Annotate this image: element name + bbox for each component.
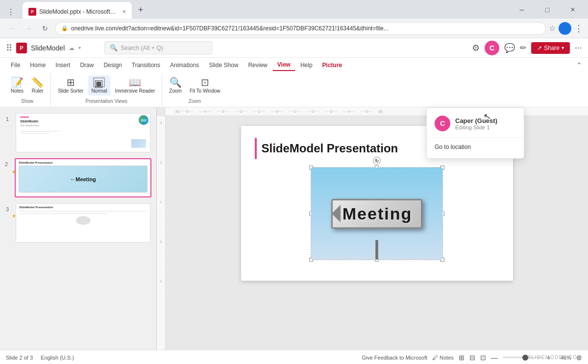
search-placeholder: Search (Alt + Q) (121, 45, 163, 51)
tab-review[interactable]: Review (243, 60, 272, 71)
slide-thumbnail-1[interactable]: 1 GU SlideModel Add Subtitle Here (4, 111, 152, 154)
slide1-title: SlideModel (20, 120, 146, 123)
zoom-button[interactable]: 🔍 Zoom (166, 75, 185, 96)
slide-thumbnail-2[interactable]: 2 ★ SlideModel Presentation ←Meeting (4, 157, 152, 198)
normal-view-icon: ▣ (93, 77, 105, 87)
cloud-icon: ☁ (69, 45, 74, 51)
user-popup: C Caper (Guest) Editing Slide 1 Go to lo… (426, 107, 524, 159)
views-group-label: Presentation Views (86, 98, 127, 104)
app-grid-icon[interactable]: ⠿ (6, 43, 12, 53)
fit-to-window-button[interactable]: ⊡ Fit To Window (187, 75, 223, 96)
meeting-sign-image: Meeting (311, 168, 442, 260)
tab-home[interactable]: Home (25, 60, 50, 71)
slide-sorter-button[interactable]: ⊞ Slide Sorter (55, 75, 86, 96)
more-options-icon[interactable]: ··· (575, 43, 582, 53)
immersive-reader-button[interactable]: 📖 Immersive Reader (112, 75, 158, 96)
address-bar[interactable]: 🔒 onedrive.live.com/edit?action=editnew&… (55, 22, 546, 35)
immersive-reader-icon: 📖 (129, 77, 141, 87)
slide2-title: SlideModel Presentation (19, 161, 147, 164)
collapse-ribbon-icon[interactable]: ⌃ (576, 61, 582, 69)
slide-view-icon[interactable]: ⊞ (459, 354, 465, 362)
user-popup-header: C Caper (Guest) Editing Slide 1 (427, 112, 524, 135)
settings-icon[interactable]: ⚙ (472, 43, 480, 53)
slide-title: SlideModel Presentation (262, 142, 398, 155)
zoom-out-btn[interactable]: — (491, 354, 498, 362)
ruler-icon: 📏 (31, 77, 44, 87)
meeting-sign-text: Meeting (343, 204, 412, 223)
zoom-label: Zoom (169, 88, 182, 94)
ruler-button[interactable]: 📏 Ruler (28, 75, 47, 96)
slide-preview-1: GU SlideModel Add Subtitle Here (16, 113, 150, 152)
tab-draw[interactable]: Draw (75, 60, 98, 71)
reading-view-icon[interactable]: ⊡ (480, 354, 486, 362)
user-avatar-btn[interactable]: C (485, 41, 499, 55)
tab-file[interactable]: File (6, 60, 25, 71)
fit-to-window-icon: ⊡ (201, 77, 209, 87)
normal-view-button[interactable]: ▣ Normal (88, 75, 110, 96)
go-to-location-btn[interactable]: Go to location (427, 140, 524, 154)
grid-view-icon[interactable]: ⊟ (469, 354, 475, 362)
tab-design[interactable]: Design (98, 60, 126, 71)
tab-view[interactable]: View (272, 59, 295, 71)
tab-help[interactable]: Help (295, 60, 318, 71)
ruler-label: Ruler (32, 88, 44, 94)
forward-button[interactable]: → (22, 22, 35, 35)
slide-sorter-label: Slide Sorter (58, 88, 83, 94)
notes-button[interactable]: 📝 Notes (8, 75, 26, 96)
tab-transitions[interactable]: Transitions (127, 60, 165, 71)
slide3-title: SlideModel Presentation (19, 206, 147, 209)
ruler-horizontal: |6| ·····5····· ·····4····· ·····3····· … (166, 107, 588, 116)
notes-status-btn[interactable]: 🖊 Notes (432, 354, 454, 361)
tab-insert[interactable]: Insert (50, 60, 75, 71)
user-status: Editing Slide 1 (455, 124, 497, 130)
language-status: English (U.S.) (41, 355, 74, 361)
slide-canvas-area: SlideModel Presentation ↻ (166, 116, 588, 350)
search-icon: 🔍 (110, 44, 118, 51)
minimize-button[interactable]: – (511, 3, 533, 17)
browser-menu-btn[interactable]: ⋮ (4, 5, 18, 19)
tab-slideshow[interactable]: Slide Show (204, 60, 243, 71)
watermark: SLIDEMODEL.COM (527, 355, 582, 360)
rotation-handle[interactable]: ↻ (373, 157, 381, 165)
user-avatar-popup: C (435, 116, 450, 131)
share-button[interactable]: ↗ Share ▾ (531, 42, 570, 54)
close-tab-icon[interactable]: × (122, 8, 126, 15)
selected-image-container[interactable]: ↻ (311, 167, 443, 260)
fit-to-window-label: Fit To Window (190, 88, 220, 94)
address-text: onedrive.live.com/edit?action=editnew&id… (71, 25, 539, 32)
chevron-down-icon[interactable]: ▾ (78, 45, 81, 50)
browser-tab[interactable]: P SlideModel.pptx - Microsoft Po... × (23, 2, 132, 19)
slide-panel: 1 GU SlideModel Add Subtitle Here 2 ★ Sl… (0, 107, 157, 350)
profile-icon[interactable]: 👤 (559, 22, 571, 35)
tab-favicon: P (28, 8, 36, 16)
show-group-label: Show (21, 98, 33, 104)
notes-label: Notes (11, 88, 24, 94)
slide-number-1: 1 (6, 116, 13, 122)
popup-divider (427, 137, 524, 138)
feedback-link[interactable]: Give Feedback to Microsoft (362, 355, 427, 361)
tab-title: SlideModel.pptx - Microsoft Po... (39, 8, 118, 15)
ribbon-group-views: ⊞ Slide Sorter ▣ Normal 📖 Immersive Read… (51, 73, 162, 106)
slide-number-3: 3 (6, 206, 13, 212)
normal-view-label: Normal (91, 88, 107, 94)
new-tab-button[interactable]: + (134, 3, 147, 17)
slide-thumbnail-3[interactable]: 3 ★ SlideModel Presentation (4, 201, 152, 244)
edit-icon[interactable]: ✏ (520, 43, 526, 52)
bookmark-icon[interactable]: ☆ (549, 24, 556, 33)
search-bar[interactable]: 🔍 Search (Alt + Q) (104, 41, 212, 54)
slide-avatar-gu: GU (139, 115, 148, 125)
tab-picture[interactable]: Picture (318, 60, 347, 71)
zoom-group-label: Zoom (189, 98, 201, 104)
back-button[interactable]: ← (5, 22, 19, 35)
maximize-button[interactable]: □ (536, 3, 559, 17)
close-window-button[interactable]: × (562, 3, 584, 17)
app-logo: P (16, 43, 27, 53)
zoom-icon: 🔍 (170, 77, 182, 87)
comments-icon[interactable]: 💬 (504, 43, 515, 53)
slide-sorter-icon: ⊞ (67, 77, 75, 87)
tab-animations[interactable]: Animations (165, 60, 204, 71)
slide-accent-bar (255, 138, 257, 159)
browser-menu-icon[interactable]: ⋮ (574, 23, 583, 34)
refresh-button[interactable]: ↻ (38, 22, 52, 35)
meeting-sign-board: Meeting (331, 199, 422, 229)
